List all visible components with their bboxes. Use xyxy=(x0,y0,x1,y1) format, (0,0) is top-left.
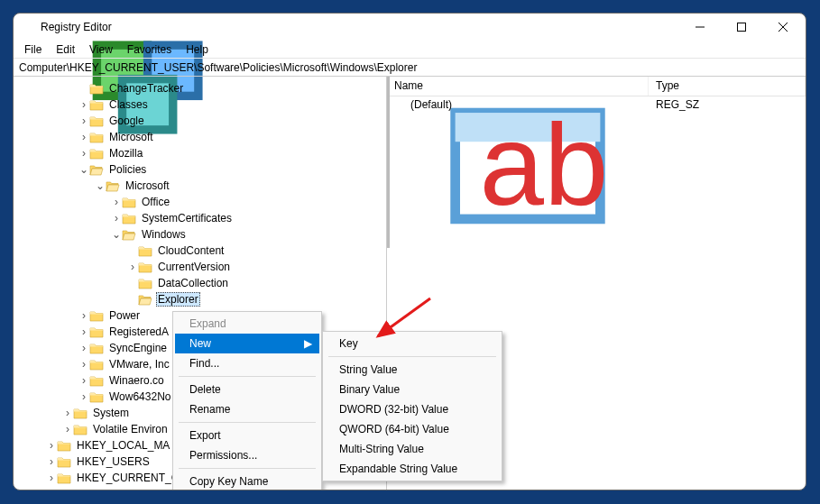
address-bar[interactable]: Computer\HKEY_CURRENT_USER\Software\Poli… xyxy=(14,59,806,77)
tree-item[interactable]: HKEY_CURRENT_C xyxy=(75,471,180,485)
folder-icon xyxy=(89,390,104,403)
tree-item[interactable]: Classes xyxy=(107,97,150,112)
tree-item[interactable]: Office xyxy=(140,195,171,209)
registry-editor-window: Registry Editor File Edit View Favorites… xyxy=(13,13,806,490)
folder-icon xyxy=(89,325,104,338)
folder-open-icon xyxy=(106,179,120,192)
tree-item[interactable]: HKEY_LOCAL_MA xyxy=(75,438,171,453)
collapse-icon[interactable]: ⌄ xyxy=(111,229,122,240)
tree-item[interactable]: Windows xyxy=(140,227,188,242)
expand-icon[interactable]: › xyxy=(46,472,57,483)
menu-file[interactable]: File xyxy=(17,41,49,58)
folder-icon xyxy=(138,244,152,257)
tree-item[interactable]: Wow6432No xyxy=(107,389,172,404)
tree-item[interactable]: SyncEngine xyxy=(107,341,169,355)
tree-item[interactable]: Power xyxy=(107,308,142,323)
expand-icon[interactable]: › xyxy=(78,343,89,353)
folder-icon xyxy=(89,358,104,371)
ctx-new[interactable]: New▶ xyxy=(175,334,319,353)
ctx-copy-key-name[interactable]: Copy Key Name xyxy=(175,472,319,490)
menubar: File Edit View Favorites Help xyxy=(14,41,806,59)
expand-icon[interactable]: › xyxy=(127,261,138,272)
expand-icon[interactable]: › xyxy=(62,408,73,418)
tree-item[interactable]: CurrentVersion xyxy=(156,260,232,274)
sub-key[interactable]: Key xyxy=(325,334,500,353)
folder-icon xyxy=(57,472,71,484)
sub-expandable-string-value[interactable]: Expandable String Value xyxy=(325,459,500,479)
menu-view[interactable]: View xyxy=(82,41,120,58)
expand-icon[interactable]: › xyxy=(78,148,89,159)
collapse-icon[interactable]: ⌄ xyxy=(95,180,106,191)
expand-icon[interactable]: › xyxy=(111,197,122,207)
sub-dword-value[interactable]: DWORD (32-bit) Value xyxy=(325,399,500,419)
expand-icon[interactable]: › xyxy=(111,213,122,224)
maximize-button[interactable] xyxy=(721,14,762,41)
folder-icon xyxy=(122,196,136,208)
tree-item[interactable]: SystemCertificates xyxy=(140,211,234,225)
column-name[interactable]: Name xyxy=(387,77,649,96)
folder-icon xyxy=(89,309,104,322)
expand-icon[interactable]: › xyxy=(78,115,89,126)
titlebar: Registry Editor xyxy=(14,14,806,41)
expand-icon[interactable]: › xyxy=(78,326,89,337)
tree-item[interactable]: Policies xyxy=(107,162,148,177)
expand-icon[interactable]: › xyxy=(78,99,89,110)
folder-icon xyxy=(57,439,71,452)
close-button[interactable] xyxy=(762,14,804,41)
string-value-icon xyxy=(392,98,407,111)
tree-item[interactable]: Winaero.co xyxy=(107,373,166,388)
expand-icon[interactable]: › xyxy=(46,456,57,467)
menu-help[interactable]: Help xyxy=(179,41,216,58)
folder-icon xyxy=(89,82,104,95)
tree-item[interactable]: Mozilla xyxy=(107,146,144,160)
folder-icon xyxy=(89,147,104,160)
column-type[interactable]: Type xyxy=(649,77,806,96)
app-icon xyxy=(21,20,35,34)
expand-icon[interactable]: › xyxy=(62,424,73,435)
sub-binary-value[interactable]: Binary Value xyxy=(325,380,500,399)
expand-icon[interactable]: › xyxy=(78,391,89,402)
ctx-rename[interactable]: Rename xyxy=(175,399,319,419)
context-menu: Expand New▶ Find... Delete Rename Export… xyxy=(172,311,322,490)
ctx-expand: Expand xyxy=(175,314,319,334)
expand-icon[interactable]: › xyxy=(78,310,89,321)
folder-open-icon xyxy=(122,228,136,241)
folder-icon xyxy=(138,277,152,289)
tree-item[interactable]: ChangeTracker xyxy=(107,81,185,96)
expand-icon[interactable]: › xyxy=(78,375,89,386)
ctx-permissions[interactable]: Permissions... xyxy=(175,445,319,465)
tree-item[interactable]: VMware, Inc xyxy=(107,357,171,371)
expand-icon[interactable]: › xyxy=(78,132,89,142)
ctx-find[interactable]: Find... xyxy=(175,353,319,373)
ctx-delete[interactable]: Delete xyxy=(175,380,319,399)
tree-item[interactable]: Microsoft xyxy=(107,130,155,144)
scrollbar-indicator[interactable] xyxy=(387,77,390,248)
sub-multi-string-value[interactable]: Multi-String Value xyxy=(325,439,500,459)
tree-item[interactable]: DataCollection xyxy=(156,276,230,290)
tree-item-selected[interactable]: Explorer xyxy=(156,292,200,307)
tree-item[interactable]: Google xyxy=(107,114,146,128)
folder-open-icon xyxy=(89,163,104,176)
tree-item[interactable]: CloudContent xyxy=(156,243,226,258)
tree-item[interactable]: Microsoft xyxy=(124,179,171,193)
folder-icon xyxy=(57,455,71,468)
separator xyxy=(328,356,496,357)
value-row[interactable]: (Default) REG_SZ xyxy=(387,96,806,113)
sub-string-value[interactable]: String Value xyxy=(325,360,500,380)
svg-rect-6 xyxy=(738,23,746,32)
tree-item[interactable]: Volatile Environ xyxy=(91,422,170,436)
collapse-icon[interactable]: ⌄ xyxy=(78,164,89,175)
menu-edit[interactable]: Edit xyxy=(49,41,82,58)
column-headers: Name Type xyxy=(387,77,806,96)
expand-icon[interactable]: › xyxy=(78,359,89,370)
tree-item[interactable]: System xyxy=(91,406,131,420)
ctx-export[interactable]: Export xyxy=(175,426,319,445)
minimize-button[interactable] xyxy=(679,14,721,41)
expand-icon[interactable]: › xyxy=(46,440,57,451)
menu-favorites[interactable]: Favorites xyxy=(120,41,179,58)
tree-item[interactable]: HKEY_USERS xyxy=(75,454,152,469)
tree-item[interactable]: RegisteredA xyxy=(107,325,170,339)
separator xyxy=(179,376,316,377)
sub-qword-value[interactable]: QWORD (64-bit) Value xyxy=(325,419,500,439)
folder-icon xyxy=(89,342,104,354)
